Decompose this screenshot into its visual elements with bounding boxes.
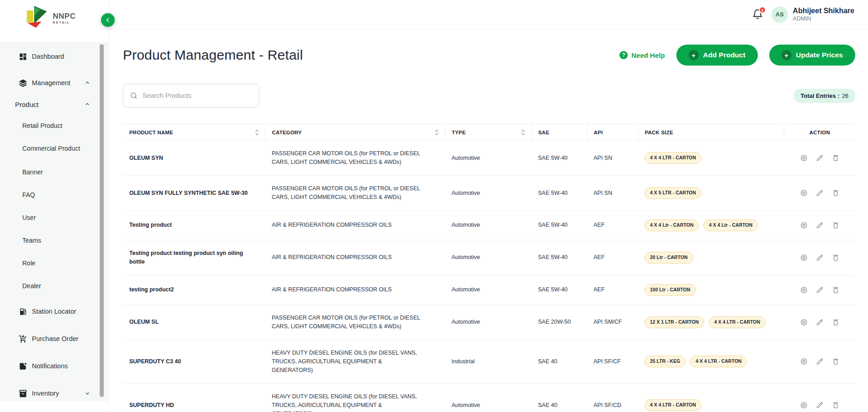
chevron-left-icon [105,17,111,23]
api-cell: API SM/CF [587,305,638,340]
sidebar-item-label: Purchase Order [32,335,78,342]
view-icon[interactable] [800,401,808,409]
edit-icon[interactable] [816,221,824,229]
api-cell: API SF/CD [587,383,638,412]
action-cell [784,305,855,340]
sidebar-item-station-locator[interactable]: Station Locator [0,305,109,318]
view-icon[interactable] [800,189,808,197]
sidebar-item-notifications[interactable]: Notifications [0,360,109,372]
delete-icon[interactable] [832,189,840,197]
title-row: Product Management - Retail ? Need Help … [123,45,855,66]
sort-icon[interactable] [435,129,439,136]
sidebar-item-role[interactable]: Role [0,257,109,270]
sidebar-item-label: User [22,214,36,221]
dashboard-icon [18,52,27,61]
sidebar-item-label: Inventory [32,390,59,397]
avatar[interactable]: AS [772,6,788,23]
sidebar-collapse-button[interactable] [101,13,115,27]
edit-icon[interactable] [816,286,824,294]
total-entries-value: 26 [842,92,848,99]
sidebar-item-faq[interactable]: FAQ [0,188,109,201]
sort-icon[interactable] [521,129,525,136]
sidebar-item-label: Station Locator [32,308,76,315]
sidebar-item-teams[interactable]: Teams [0,234,109,247]
need-help-label: Need Help [631,51,665,59]
sae-cell: SAE 5W-40 [532,240,587,275]
pack-size-badge: 4 X 4 Ltr - CARTON [703,219,757,231]
pack-size-badge: 4 X 4 LTR - CARTON [690,356,747,367]
sidebar-item-banner[interactable]: Banner [0,166,109,178]
sidebar-nav: Dashboard Management Product Retail Prod… [0,42,109,402]
sidebar-item-dashboard[interactable]: Dashboard [0,50,109,63]
sort-icon[interactable] [255,129,259,136]
sidebar-item-retail-product[interactable]: Retail Product [0,119,109,132]
chevron-up-icon [85,102,90,107]
brand-name: NNPC [53,12,76,20]
delete-icon[interactable] [832,221,840,229]
sidebar-item-label: Notifications [32,362,68,370]
edit-icon[interactable] [816,254,824,262]
user-menu[interactable]: Abhijeet Shikhare ADMIN [793,6,854,22]
edit-icon[interactable] [816,154,824,162]
sidebar-item-inventory[interactable]: Inventory [0,387,109,400]
brand-logo: NNPC RETAIL [26,5,76,28]
sidebar-item-label: Teams [22,237,41,244]
column-header-product-name[interactable]: PRODUCT NAME [123,124,265,141]
view-icon[interactable] [800,154,808,162]
notification-bell-icon[interactable]: 1 [752,9,763,20]
column-header-action: ACTION [784,124,855,141]
need-help-link[interactable]: ? Need Help [619,51,665,59]
table-row: Testing product AIR & REFRIGERATION COMP… [123,211,855,240]
api-cell: API SN [587,176,638,211]
column-header-category[interactable]: CATEGORY [265,124,445,141]
sidebar-item-dealer[interactable]: Dealer [0,280,109,292]
category-cell: PASSENGER CAR MOTOR OILS (for PETROL or … [265,141,445,176]
sidebar-item-user[interactable]: User [0,211,109,224]
add-product-button[interactable]: + Add Product [676,45,758,66]
product-name-cell: SUPERDUTY C3 40 [123,340,265,383]
sidebar-item-purchase-order[interactable]: Purchase Order [0,332,109,345]
product-name-cell: testing product2 [123,275,265,305]
delete-icon[interactable] [832,401,840,409]
table-row: SUPERDUTY C3 40 HEAVY DUTY DIESEL ENGINE… [123,340,855,383]
type-cell: Automotive [445,275,532,305]
pack-size-cell: 4 X 4 LTR - CARTON [638,141,784,176]
category-cell: PASSENGER CAR MOTOR OILS (for PETROL or … [265,305,445,340]
pack-size-badge: 4 X 5 LTR - CARTON [645,187,701,199]
view-icon[interactable] [800,254,808,262]
type-cell: Automotive [445,240,532,275]
view-icon[interactable] [800,221,808,229]
view-icon[interactable] [800,286,808,294]
edit-icon[interactable] [816,189,824,197]
delete-icon[interactable] [832,318,840,326]
sidebar-item-product[interactable]: Product [0,98,109,111]
update-prices-button[interactable]: + Update Prices [769,45,855,66]
action-cell [784,340,855,383]
delete-icon[interactable] [832,154,840,162]
table-row: SUPERDUTY HD HEAVY DUTY DIESEL ENGINE OI… [123,383,855,412]
category-cell: HEAVY DUTY DIESEL ENGINE OILS (for DIESE… [265,383,445,412]
delete-icon[interactable] [832,254,840,262]
notification-square-icon [18,361,27,371]
pack-size-cell: 4 X 5 LTR - CARTON [638,176,784,211]
search-input[interactable] [142,92,253,99]
sidebar-item-label: FAQ [22,191,35,198]
sidebar-scrollbar[interactable] [100,44,104,397]
sidebar-item-commercial-product[interactable]: Commercial Product [0,142,109,155]
delete-icon[interactable] [832,286,840,294]
action-cell [784,211,855,240]
product-name-cell: OLEUM SYN FULLY SYNTHETIC SAE 5W-30 [123,176,265,211]
edit-icon[interactable] [816,357,824,366]
api-cell: API SF/CF [587,340,638,383]
api-cell: API SN [587,141,638,176]
view-icon[interactable] [800,318,808,326]
action-cell [784,275,855,305]
user-role: ADMIN [793,15,854,22]
pack-size-cell: 100 Ltr - CARTON [638,275,784,305]
delete-icon[interactable] [832,357,840,366]
edit-icon[interactable] [816,318,824,326]
column-header-type[interactable]: TYPE [445,124,532,141]
edit-icon[interactable] [816,401,824,409]
sidebar-item-management[interactable]: Management [0,76,109,89]
view-icon[interactable] [800,357,808,366]
